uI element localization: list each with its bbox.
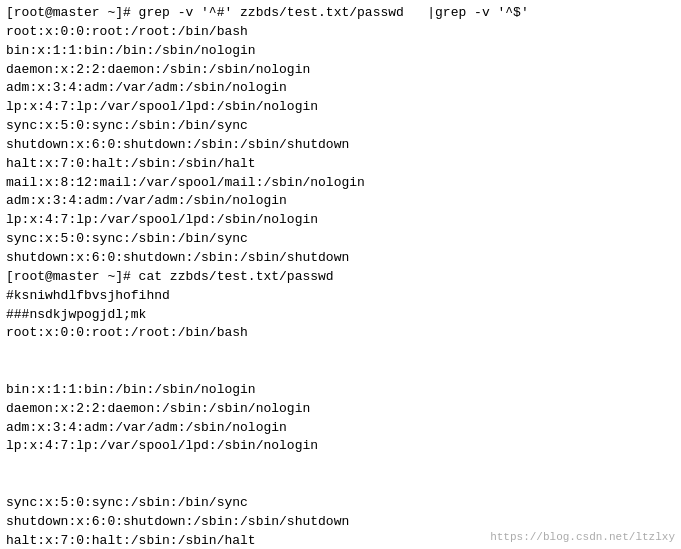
terminal-line: ###nsdkjwpogjdl;mk [6, 306, 675, 325]
terminal-line: shutdown:x:6:0:shutdown:/sbin:/sbin/shut… [6, 136, 675, 155]
terminal-line: mail:x:8:12:mail:/var/spool/mail:/sbin/n… [6, 174, 675, 193]
terminal-line: daemon:x:2:2:daemon:/sbin:/sbin/nologin [6, 400, 675, 419]
terminal-line: sync:x:5:0:sync:/sbin:/bin/sync [6, 230, 675, 249]
terminal-line: halt:x:7:0:halt:/sbin:/sbin/halt [6, 155, 675, 174]
terminal-line [6, 456, 675, 475]
terminal-line: shutdown:x:6:0:shutdown:/sbin:/sbin/shut… [6, 513, 675, 532]
terminal-line: bin:x:1:1:bin:/bin:/sbin/nologin [6, 381, 675, 400]
terminal-line: [root@master ~]# grep -v '^#' zzbds/test… [6, 4, 675, 23]
terminal-line: root:x:0:0:root:/root:/bin/bash [6, 324, 675, 343]
watermark: https://blog.csdn.net/ltzlxy [490, 531, 675, 543]
terminal-line: adm:x:3:4:adm:/var/adm:/sbin/nologin [6, 419, 675, 438]
terminal-line: adm:x:3:4:adm:/var/adm:/sbin/nologin [6, 79, 675, 98]
terminal-line: shutdown:x:6:0:shutdown:/sbin:/sbin/shut… [6, 249, 675, 268]
terminal-line: #ksniwhdlfbvsjhofihnd [6, 287, 675, 306]
terminal-line: bin:x:1:1:bin:/bin:/sbin/nologin [6, 42, 675, 61]
terminal-line [6, 475, 675, 494]
terminal-line: root:x:0:0:root:/root:/bin/bash [6, 23, 675, 42]
terminal-line: sync:x:5:0:sync:/sbin:/bin/sync [6, 494, 675, 513]
terminal-line [6, 343, 675, 362]
terminal-line: sync:x:5:0:sync:/sbin:/bin/sync [6, 117, 675, 136]
terminal-window: [root@master ~]# grep -v '^#' zzbds/test… [0, 0, 681, 549]
terminal-line [6, 362, 675, 381]
terminal-line: lp:x:4:7:lp:/var/spool/lpd:/sbin/nologin [6, 98, 675, 117]
terminal-line: adm:x:3:4:adm:/var/adm:/sbin/nologin [6, 192, 675, 211]
terminal-line: [root@master ~]# cat zzbds/test.txt/pass… [6, 268, 675, 287]
terminal-line: daemon:x:2:2:daemon:/sbin:/sbin/nologin [6, 61, 675, 80]
terminal-line: lp:x:4:7:lp:/var/spool/lpd:/sbin/nologin [6, 211, 675, 230]
terminal-line: lp:x:4:7:lp:/var/spool/lpd:/sbin/nologin [6, 437, 675, 456]
